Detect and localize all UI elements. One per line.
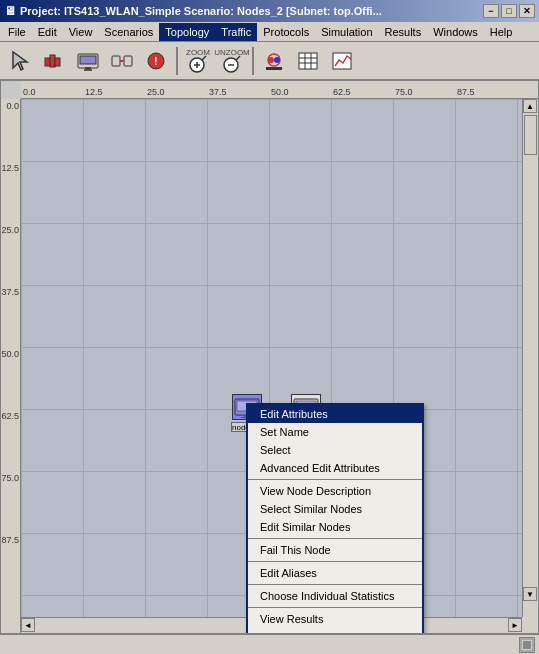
- ctx-sep-1: [248, 479, 422, 480]
- svg-rect-2: [50, 55, 55, 67]
- svg-rect-40: [523, 641, 531, 649]
- ctx-fail-node[interactable]: Fail This Node: [248, 541, 422, 559]
- svg-text:!: !: [154, 56, 157, 67]
- title-bar-buttons: − □ ✕: [483, 4, 535, 18]
- close-button[interactable]: ✕: [519, 4, 535, 18]
- tool-zoom-out[interactable]: UNZOOM: [216, 46, 248, 76]
- title-bar-text: Project: ITS413_WLAN_Simple Scenario: No…: [20, 5, 483, 17]
- zoom-out-label: UNZOOM: [214, 48, 250, 57]
- status-icon: [519, 637, 535, 653]
- tool-node[interactable]: [72, 46, 104, 76]
- ctx-advanced-edit[interactable]: Advanced Edit Attributes: [248, 459, 422, 477]
- scroll-thumb-vertical[interactable]: [524, 115, 537, 155]
- tool-pan[interactable]: [38, 46, 70, 76]
- ruler-left-25-0: 25.0: [1, 225, 19, 235]
- menu-edit[interactable]: Edit: [32, 23, 63, 41]
- ruler-mark-50-0: 50.0: [271, 87, 289, 97]
- ctx-select-similar[interactable]: Select Similar Nodes: [248, 500, 422, 518]
- context-menu: Edit Attributes Set Name Select Advanced…: [246, 403, 424, 634]
- ruler-left-62-5: 62.5: [1, 411, 19, 421]
- scroll-down-button[interactable]: ▼: [523, 587, 537, 601]
- svg-point-22: [268, 57, 274, 63]
- toolbar: ! ZOOM UNZOOM: [0, 42, 539, 80]
- menu-help[interactable]: Help: [484, 23, 519, 41]
- tool-table[interactable]: [292, 46, 324, 76]
- title-bar: 🖥 Project: ITS413_WLAN_Simple Scenario: …: [0, 0, 539, 22]
- ruler-left-0-0: 0.0: [1, 101, 19, 111]
- ruler-mark-62-5: 62.5: [333, 87, 351, 97]
- ctx-edit-similar[interactable]: Edit Similar Nodes: [248, 518, 422, 536]
- svg-rect-1: [45, 58, 50, 66]
- status-bar: [0, 634, 539, 654]
- menu-bar: File Edit View Scenarios Topology Traffi…: [0, 22, 539, 42]
- ruler-left-87-5: 87.5: [1, 535, 19, 545]
- svg-rect-9: [112, 56, 120, 66]
- ruler-mark-37-5: 37.5: [209, 87, 227, 97]
- scroll-left-button[interactable]: ◄: [21, 618, 35, 632]
- ctx-view-node-desc[interactable]: View Node Description: [248, 482, 422, 500]
- menu-protocols[interactable]: Protocols: [257, 23, 315, 41]
- svg-rect-30: [333, 53, 351, 69]
- menu-simulation[interactable]: Simulation: [315, 23, 378, 41]
- tool-color[interactable]: [258, 46, 290, 76]
- tool-graph[interactable]: [326, 46, 358, 76]
- ctx-compare-results[interactable]: Compare Results: [248, 628, 422, 634]
- ctx-choose-stats[interactable]: Choose Individual Statistics: [248, 587, 422, 605]
- ruler-mark-75-0: 75.0: [395, 87, 413, 97]
- menu-results[interactable]: Results: [379, 23, 428, 41]
- menu-file[interactable]: File: [2, 23, 32, 41]
- separator-1: [176, 47, 178, 75]
- canvas-area[interactable]: 0.0 12.5 25.0 37.5 50.0 62.5 75.0 87.5 0…: [0, 80, 539, 634]
- menu-topology[interactable]: Topology: [159, 23, 215, 41]
- ctx-view-results[interactable]: View Results: [248, 610, 422, 628]
- svg-point-23: [274, 57, 280, 63]
- maximize-button[interactable]: □: [501, 4, 517, 18]
- ctx-set-name[interactable]: Set Name: [248, 423, 422, 441]
- ruler-mark-87-5: 87.5: [457, 87, 475, 97]
- svg-rect-25: [299, 53, 317, 69]
- ruler-mark-12-5: 12.5: [85, 87, 103, 97]
- tool-select[interactable]: [4, 46, 36, 76]
- ruler-left-37-5: 37.5: [1, 287, 19, 297]
- scroll-up-button[interactable]: ▲: [523, 99, 537, 113]
- scroll-right-button[interactable]: ►: [508, 618, 522, 632]
- ctx-select[interactable]: Select: [248, 441, 422, 459]
- ctx-edit-attributes[interactable]: Edit Attributes: [248, 405, 422, 423]
- svg-rect-10: [124, 56, 132, 66]
- ruler-left-75-0: 75.0: [1, 473, 19, 483]
- ruler-mark-25-0: 25.0: [147, 87, 165, 97]
- tool-zoom-in[interactable]: ZOOM: [182, 46, 214, 76]
- ctx-sep-2: [248, 538, 422, 539]
- zoom-in-label: ZOOM: [186, 48, 210, 57]
- ruler-left: 0.0 12.5 25.0 37.5 50.0 62.5 75.0 87.5: [1, 99, 21, 633]
- svg-marker-0: [13, 52, 27, 70]
- scroll-vertical[interactable]: ▲ ▼: [522, 99, 538, 617]
- ruler-mark-0-0: 0.0: [23, 87, 36, 97]
- ctx-sep-5: [248, 607, 422, 608]
- ruler-left-12-5: 12.5: [1, 163, 19, 173]
- svg-rect-24: [266, 67, 282, 70]
- ruler-left-50-0: 50.0: [1, 349, 19, 359]
- menu-view[interactable]: View: [63, 23, 99, 41]
- svg-rect-5: [80, 56, 96, 64]
- main-area: 0.0 12.5 25.0 37.5 50.0 62.5 75.0 87.5 0…: [0, 80, 539, 634]
- menu-windows[interactable]: Windows: [427, 23, 484, 41]
- ruler-top: 0.0 12.5 25.0 37.5 50.0 62.5 75.0 87.5: [21, 81, 538, 99]
- menu-scenarios[interactable]: Scenarios: [98, 23, 159, 41]
- svg-rect-3: [55, 58, 60, 66]
- scroll-corner: [522, 617, 538, 633]
- tool-object[interactable]: !: [140, 46, 172, 76]
- ctx-edit-aliases[interactable]: Edit Aliases: [248, 564, 422, 582]
- separator-2: [252, 47, 254, 75]
- menu-traffic[interactable]: Traffic: [215, 23, 257, 41]
- tool-link[interactable]: [106, 46, 138, 76]
- title-bar-icon: 🖥: [4, 4, 16, 18]
- ctx-sep-4: [248, 584, 422, 585]
- minimize-button[interactable]: −: [483, 4, 499, 18]
- ctx-sep-3: [248, 561, 422, 562]
